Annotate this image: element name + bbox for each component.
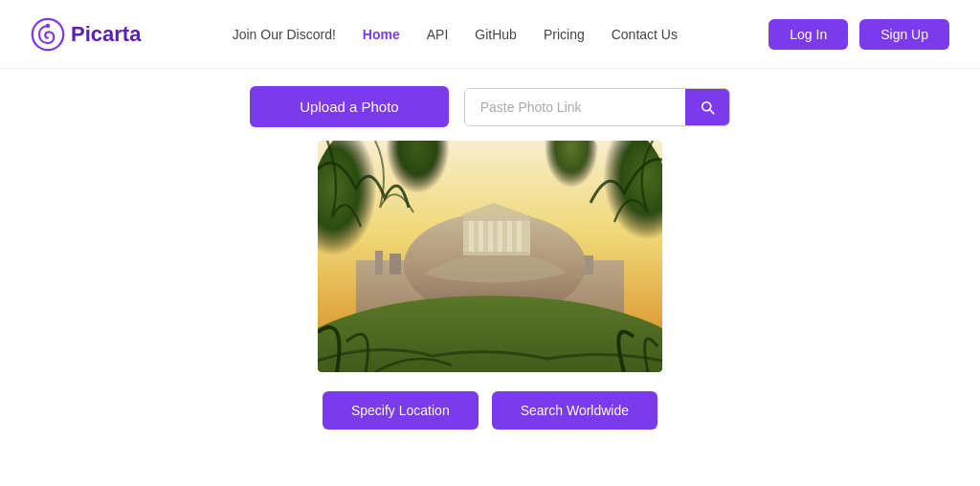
svg-rect-21 [479, 221, 483, 252]
logo-text: Picarta [71, 22, 141, 47]
search-button[interactable] [685, 89, 729, 125]
svg-point-0 [33, 18, 63, 49]
photo-container [318, 141, 662, 372]
acropolis-image [318, 141, 662, 372]
logo-swirl-icon [31, 17, 65, 52]
toolbar: Upload a Photo [0, 69, 980, 141]
header-buttons: Log In Sign Up [768, 19, 949, 50]
svg-rect-19 [463, 252, 530, 255]
sidebar-item-api[interactable]: API [427, 27, 449, 42]
search-worldwide-button[interactable]: Search Worldwide [492, 391, 657, 430]
search-icon [699, 99, 716, 116]
sidebar-item-home[interactable]: Home [363, 27, 400, 42]
svg-rect-23 [498, 221, 502, 252]
sidebar-item-pricing[interactable]: Pricing [544, 27, 585, 42]
sidebar-item-contact[interactable]: Contact Us [612, 27, 678, 42]
specify-location-button[interactable]: Specify Location [323, 391, 479, 430]
header: Picarta Join Our Discord! Home API GitHu… [0, 0, 980, 69]
logo[interactable]: Picarta [31, 17, 141, 52]
action-buttons: Specify Location Search Worldwide [0, 386, 980, 430]
sidebar-item-discord[interactable]: Join Our Discord! [233, 27, 336, 42]
nav: Join Our Discord! Home API GitHub Pricin… [233, 27, 678, 42]
svg-point-1 [46, 23, 51, 28]
sidebar-item-github[interactable]: GitHub [475, 27, 517, 42]
login-button[interactable]: Log In [768, 19, 848, 50]
signup-button[interactable]: Sign Up [859, 19, 949, 50]
upload-photo-button[interactable]: Upload a Photo [250, 86, 448, 127]
paste-link-wrapper [464, 88, 730, 126]
svg-rect-24 [507, 221, 512, 252]
photo-area [0, 141, 980, 386]
paste-link-input[interactable] [465, 89, 685, 125]
svg-rect-22 [488, 221, 493, 252]
